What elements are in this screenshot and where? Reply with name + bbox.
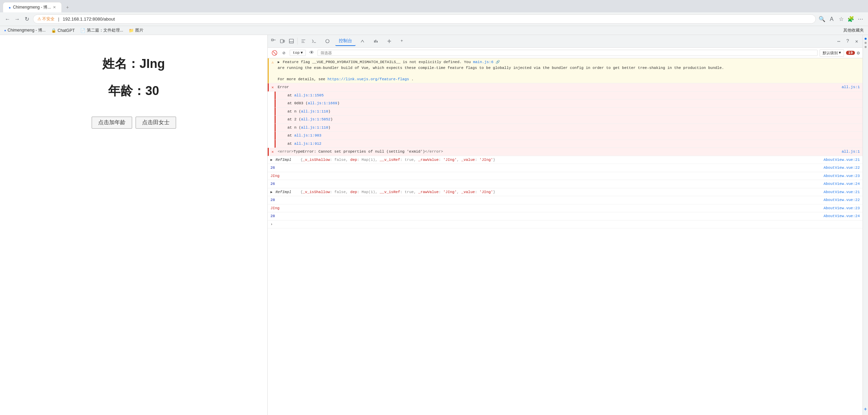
add-tian-button[interactable]: 点击田女士 bbox=[136, 117, 176, 129]
bookmark-icon[interactable]: ☆ bbox=[838, 16, 845, 23]
tab-bar: ● Chimengmeng - 博... ✕ + bbox=[0, 0, 868, 12]
refimpl-loc-2[interactable]: AboutView.vue:21 bbox=[823, 189, 860, 194]
other-bookmarks[interactable]: 其他收藏夹 bbox=[843, 27, 864, 33]
address-bar[interactable]: ⚠ 不安全 | 192.168.1.172:8080/about bbox=[33, 14, 816, 24]
stack-text-2: at 0d83 ( bbox=[278, 101, 308, 105]
stack-4: at 2 (all.js:1:5852) bbox=[275, 116, 863, 124]
active-tab[interactable]: ● Chimengmeng - 博... ✕ bbox=[3, 2, 62, 12]
more-menu-icon[interactable]: ⋯ bbox=[857, 16, 864, 23]
refimpl-expand-2[interactable]: ▶ bbox=[270, 190, 273, 194]
jing-row-1: JIng AboutView.vue:23 bbox=[268, 172, 863, 180]
tab-sources[interactable] bbox=[322, 37, 334, 45]
error-main-location[interactable]: all.js:1 bbox=[842, 84, 860, 89]
error-tag-location[interactable]: all.js:1 bbox=[842, 149, 860, 154]
new-tab-btn[interactable]: + bbox=[63, 2, 71, 12]
chevron-row: › bbox=[268, 221, 863, 229]
stack-content-2: at 0d83 (all.js:1:1669) bbox=[278, 100, 860, 106]
warning-link1[interactable]: main.js:6 bbox=[473, 60, 493, 64]
num-28-val-2: 28 bbox=[270, 214, 275, 218]
add-age-button[interactable]: 点击加年龄 bbox=[92, 117, 132, 129]
console-filter-icon[interactable]: ⊘ bbox=[280, 49, 288, 57]
chevron-symbol[interactable]: › bbox=[270, 222, 273, 226]
warning-link2[interactable]: https://link.vuejs.org/feature-flags bbox=[327, 77, 409, 81]
svg-rect-9 bbox=[375, 40, 376, 43]
eye-icon[interactable]: 👁 bbox=[308, 49, 315, 57]
stack-link-5[interactable]: all.js:1:110 bbox=[301, 126, 328, 130]
tab-more[interactable]: + bbox=[397, 37, 406, 45]
top-context-dropdown[interactable]: top ▼ bbox=[290, 50, 306, 56]
refresh-button[interactable]: ↻ bbox=[23, 16, 30, 23]
chevron-content: › bbox=[270, 222, 860, 227]
tab-label: Chimengmeng - 博... bbox=[13, 4, 51, 10]
devtools-more-icon[interactable]: ⋯ bbox=[835, 37, 843, 45]
bookmark-chimengmeng[interactable]: ● Chimengmeng - 博... bbox=[4, 27, 46, 33]
refimpl-loc-1[interactable]: AboutView.vue:21 bbox=[823, 157, 860, 162]
security-warning-icon: ⚠ 不安全 bbox=[37, 16, 55, 22]
refimpl-row-1: ▶ RefImpl {_v_isShallow: false, dep: Map… bbox=[268, 156, 863, 164]
toolbar-separator bbox=[297, 38, 298, 45]
stack-link-1[interactable]: all.js:1:1505 bbox=[294, 93, 324, 97]
devtools-side-panel: + bbox=[863, 35, 868, 415]
tab-elements[interactable] bbox=[309, 37, 321, 45]
stack-text-6: at bbox=[278, 133, 294, 138]
tab-settings[interactable] bbox=[384, 37, 396, 45]
inspect-element-icon[interactable] bbox=[270, 37, 277, 45]
error-header-row: ✕ Error all.js:1 bbox=[268, 83, 863, 92]
jing-loc-2[interactable]: AboutView.vue:23 bbox=[823, 205, 860, 210]
warning-content: ▶ Feature flag __VUE_PROD_HYDRATION_MISM… bbox=[278, 59, 860, 82]
bookmark-chatgpt[interactable]: 🔒 ChatGPT bbox=[51, 28, 75, 33]
error-icon: ✕ bbox=[271, 84, 276, 90]
device-toolbar-icon[interactable] bbox=[279, 37, 286, 45]
refimpl-obj-2: {_v_isShallow: false, dep: Map(1), __v_i… bbox=[300, 190, 495, 194]
search-icon[interactable]: 🔍 bbox=[819, 16, 825, 23]
warning-expand-arrow[interactable]: ▶ bbox=[278, 60, 280, 64]
elements-tab-icon[interactable] bbox=[300, 37, 307, 45]
jing-row-2: JIng AboutView.vue:23 bbox=[268, 204, 863, 213]
drawer-icon[interactable] bbox=[288, 37, 295, 45]
back-button[interactable]: ← bbox=[4, 16, 11, 23]
bookmark-file[interactable]: 📄 第二篇：文件处理... bbox=[80, 27, 123, 33]
refimpl-space-1 bbox=[293, 158, 298, 162]
num-26-loc-2[interactable]: AboutView.vue:24 bbox=[823, 181, 860, 186]
stack-content-7: at all.js:1:912 bbox=[278, 141, 860, 147]
jing-loc-1[interactable]: AboutView.vue:23 bbox=[823, 173, 860, 178]
bookmark-label: Chimengmeng - 博... bbox=[8, 27, 46, 33]
tab-performance[interactable] bbox=[370, 37, 382, 45]
console-clear-icon[interactable]: 🚫 bbox=[270, 49, 278, 57]
stack-link-6[interactable]: all.js:1:903 bbox=[294, 133, 321, 138]
stack-link-7[interactable]: all.js:1:912 bbox=[294, 142, 321, 146]
console-settings-icon[interactable]: ⚙ bbox=[857, 50, 860, 56]
num-28-loc-2[interactable]: AboutView.vue:24 bbox=[823, 213, 860, 218]
num-28-row-2: 28 AboutView.vue:24 bbox=[268, 212, 863, 221]
stack-paren-2: ) bbox=[337, 101, 340, 105]
bookmark-label-chatgpt: ChatGPT bbox=[58, 28, 75, 33]
num-28-content-1: 28 bbox=[270, 197, 821, 203]
stack-paren-3: ) bbox=[328, 109, 331, 114]
extension-icon[interactable]: 🧩 bbox=[847, 16, 854, 23]
refimpl-expand-1[interactable]: ▶ bbox=[270, 158, 273, 162]
page-buttons: 点击加年龄 点击田女士 bbox=[92, 117, 176, 129]
stack-content-1: at all.js:1:1505 bbox=[278, 93, 860, 98]
stack-link-2[interactable]: all.js:1:1669 bbox=[308, 101, 337, 105]
devtools-close-icon[interactable]: ✕ bbox=[853, 37, 860, 45]
num-26-loc-1[interactable]: AboutView.vue:22 bbox=[823, 165, 860, 170]
error-tag-row: ✕ <error>TypeError: Cannot set propertie… bbox=[268, 148, 863, 156]
tab-close-icon[interactable]: ✕ bbox=[53, 5, 56, 10]
devtools-help-icon[interactable]: ? bbox=[844, 37, 852, 45]
log-level-dropdown[interactable]: 默认级别 ▼ bbox=[820, 49, 844, 57]
jing-val-1: JIng bbox=[270, 174, 279, 178]
stack-link-4[interactable]: all.js:1:5852 bbox=[301, 117, 331, 121]
page-content: 姓名：JIng 年龄：30 点击加年龄 点击田女士 bbox=[0, 35, 268, 415]
forward-button[interactable]: → bbox=[14, 16, 21, 23]
profile-icon[interactable]: A bbox=[828, 16, 835, 23]
bookmark-images[interactable]: 📁 图片 bbox=[129, 27, 143, 33]
num-26-row-2: 26 AboutView.vue:24 bbox=[268, 180, 863, 188]
num-28-loc-1[interactable]: AboutView.vue:22 bbox=[823, 197, 860, 202]
tab-console[interactable]: 控制台 bbox=[335, 36, 356, 46]
bookmark-favicon-images: 📁 bbox=[129, 28, 134, 33]
stack-content-4: at 2 (all.js:1:5852) bbox=[278, 117, 860, 122]
devtools-add-icon[interactable]: + bbox=[864, 406, 867, 412]
console-filter-input[interactable] bbox=[317, 50, 817, 56]
tab-network[interactable] bbox=[357, 37, 369, 45]
stack-link-3[interactable]: all.js:1:110 bbox=[301, 109, 328, 114]
